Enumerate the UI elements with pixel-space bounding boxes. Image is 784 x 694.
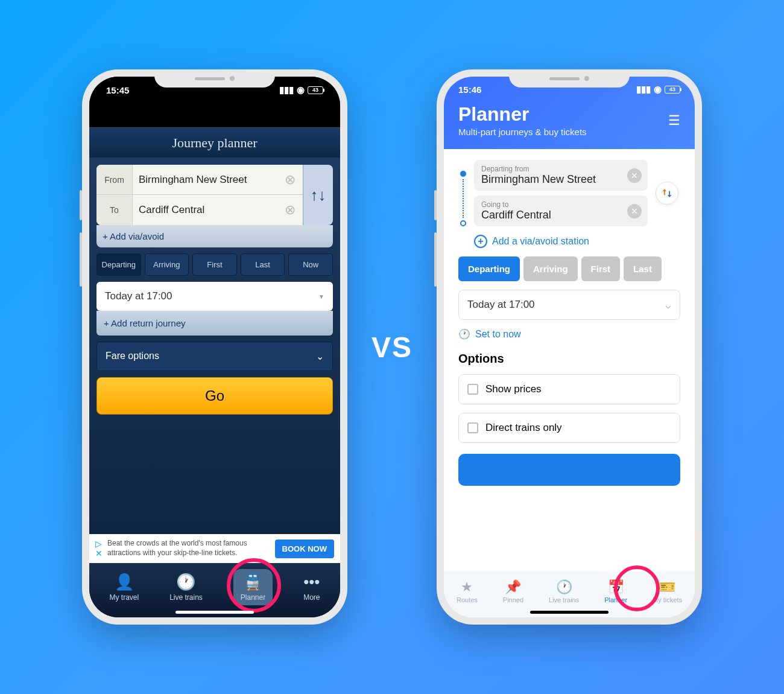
tab-more[interactable]: •••More (303, 573, 320, 602)
home-indicator[interactable] (175, 611, 254, 614)
battery-icon: 43 (308, 86, 323, 94)
more-icon: ••• (303, 573, 320, 591)
time-segments: Departing Arriving First Last Now (96, 253, 333, 276)
to-label: Going to (481, 200, 640, 209)
swap-button[interactable]: ↑↓ (303, 165, 333, 225)
status-time: 15:45 (106, 85, 129, 95)
signal-icon: ▮▮▮ (636, 84, 651, 95)
route-block: Departing from Birmingham New Street ✕ G… (458, 160, 680, 226)
segment-arriving[interactable]: Arriving (145, 253, 189, 276)
from-field[interactable]: Departing from Birmingham New Street ✕ (474, 160, 648, 191)
options-header: Options (458, 352, 680, 366)
origin-dot-icon (460, 171, 466, 177)
swap-wrap (654, 160, 680, 226)
to-row[interactable]: To Cardiff Central ⊗ (96, 195, 303, 225)
planner-body: From Birmingham New Street ⊗ To Cardiff … (89, 158, 340, 534)
add-station-button[interactable]: + Add a via/avoid station (458, 235, 680, 248)
option-direct-only[interactable]: Direct trains only (458, 413, 680, 443)
from-label: From (96, 165, 133, 194)
set-to-now-button[interactable]: 🕐 Set to now (458, 328, 680, 340)
time-selector[interactable]: Today at 17:00 (96, 282, 333, 311)
plus-icon: + (474, 235, 487, 248)
go-button[interactable]: Go (96, 377, 333, 415)
dest-dot-icon (460, 220, 466, 226)
segment-now[interactable]: Now (288, 253, 333, 276)
tab-live-trains[interactable]: 🕐Live trains (549, 579, 579, 603)
planner-body: Departing from Birmingham New Street ✕ G… (444, 149, 695, 571)
from-row[interactable]: From Birmingham New Street ⊗ (96, 165, 303, 195)
plan-journey-button[interactable] (458, 454, 680, 486)
option-show-prices[interactable]: Show prices (458, 374, 680, 404)
fare-options-label: Fare options (106, 351, 159, 362)
from-value: Birmingham New Street (481, 173, 640, 186)
segment-arriving[interactable]: Arriving (523, 256, 578, 281)
highlight-ring (227, 558, 281, 613)
segment-last[interactable]: Last (624, 256, 662, 281)
signal-icon: ▮▮▮ (279, 84, 294, 95)
time-selector[interactable]: Today at 17:00 (458, 290, 680, 320)
status-icons: ▮▮▮ ◉ 43 (636, 84, 680, 95)
page-title: Planner (458, 103, 680, 126)
phone-left: 15:45 ▮▮▮ ◉ 43 Journey planner From Birm… (82, 69, 347, 625)
notch (509, 69, 630, 88)
clock-icon: 🕐 (556, 579, 572, 595)
ad-text: Beat the crowds at the world's most famo… (107, 539, 270, 558)
clear-from-icon[interactable]: ✕ (627, 168, 642, 183)
page-subtitle: Multi-part journeys & buy tickets (458, 127, 680, 137)
phone-right: 15:46 ▮▮▮ ◉ 43 Planner Multi-part journe… (437, 69, 702, 625)
star-icon: ★ (461, 579, 473, 595)
fare-options-button[interactable]: Fare options ⌄ (96, 342, 333, 371)
to-value: Cardiff Central (133, 204, 285, 216)
tab-routes[interactable]: ★Routes (457, 579, 478, 603)
add-via-button[interactable]: + Add via/avoid (96, 225, 333, 247)
from-value: Birmingham New Street (133, 174, 285, 186)
battery-icon: 43 (665, 86, 680, 94)
time-segments: Departing Arriving First Last (458, 256, 680, 281)
notch (154, 69, 275, 88)
wifi-icon: ◉ (297, 84, 305, 95)
to-label: To (96, 195, 133, 225)
pin-icon: 📌 (505, 579, 521, 595)
screen-right: 15:46 ▮▮▮ ◉ 43 Planner Multi-part journe… (444, 77, 695, 617)
route-line (458, 160, 468, 226)
to-field[interactable]: Going to Cardiff Central ✕ (474, 196, 648, 226)
ad-banner[interactable]: ▷✕ Beat the crowds at the world's most f… (89, 534, 340, 563)
ad-cta-button[interactable]: BOOK NOW (275, 540, 334, 558)
checkbox-icon[interactable] (467, 384, 478, 395)
menu-icon[interactable]: ☰ (668, 113, 680, 129)
segment-first[interactable]: First (192, 253, 237, 276)
tab-live-trains[interactable]: 🕐Live trains (169, 573, 203, 602)
home-indicator[interactable] (530, 611, 609, 614)
app-header: 15:46 ▮▮▮ ◉ 43 Planner Multi-part journe… (444, 77, 695, 149)
add-return-button[interactable]: + Add return journey (96, 311, 333, 336)
from-label: Departing from (481, 165, 640, 173)
tab-bar: 👤My travel 🕐Live trains 🚆Planner •••More (89, 563, 340, 617)
tab-pinned[interactable]: 📌Pinned (503, 579, 523, 603)
clock-icon: 🕐 (176, 573, 195, 591)
person-icon: 👤 (115, 573, 134, 591)
segment-departing[interactable]: Departing (458, 256, 520, 281)
ad-choices-icon[interactable]: ▷✕ (95, 539, 103, 558)
segment-last[interactable]: Last (241, 253, 285, 276)
clock-icon: 🕐 (458, 328, 470, 340)
ticket-icon: 🎫 (659, 579, 675, 595)
segment-first[interactable]: First (581, 256, 621, 281)
screen-left: 15:45 ▮▮▮ ◉ 43 Journey planner From Birm… (89, 77, 340, 617)
segment-departing[interactable]: Departing (96, 253, 141, 276)
app-header: Journey planner (89, 127, 340, 158)
to-value: Cardiff Central (481, 209, 640, 221)
checkbox-icon[interactable] (467, 422, 478, 433)
chevron-down-icon: ⌄ (316, 351, 324, 362)
clear-to-icon[interactable]: ⊗ (285, 202, 303, 218)
status-time: 15:46 (458, 84, 481, 95)
swap-button[interactable] (656, 182, 678, 205)
tab-my-travel[interactable]: 👤My travel (109, 573, 139, 602)
wifi-icon: ◉ (654, 84, 662, 95)
clear-to-icon[interactable]: ✕ (627, 204, 642, 218)
comparison-canvas: 15:45 ▮▮▮ ◉ 43 Journey planner From Birm… (36, 27, 748, 667)
from-to-block: From Birmingham New Street ⊗ To Cardiff … (96, 165, 333, 225)
swap-icon (661, 187, 673, 199)
status-icons: ▮▮▮ ◉ 43 (279, 84, 323, 95)
clear-from-icon[interactable]: ⊗ (285, 172, 303, 188)
highlight-ring (614, 565, 660, 611)
